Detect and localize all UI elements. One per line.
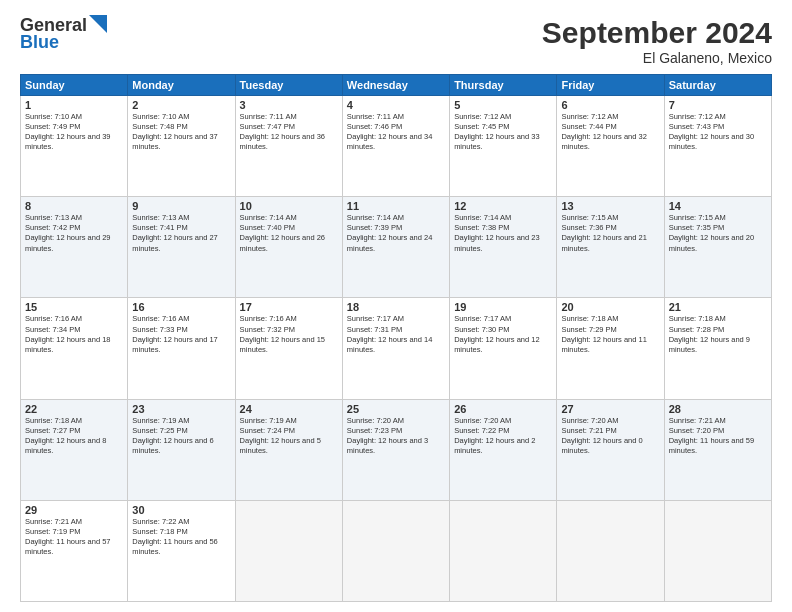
day-info: Sunrise: 7:19 AM Sunset: 7:25 PM Dayligh…: [132, 416, 230, 457]
day-info: Sunrise: 7:17 AM Sunset: 7:30 PM Dayligh…: [454, 314, 552, 355]
header-row: Sunday Monday Tuesday Wednesday Thursday…: [21, 75, 772, 96]
table-row: 23Sunrise: 7:19 AM Sunset: 7:25 PM Dayli…: [128, 399, 235, 500]
th-friday: Friday: [557, 75, 664, 96]
day-number: 13: [561, 200, 659, 212]
table-row: 25Sunrise: 7:20 AM Sunset: 7:23 PM Dayli…: [342, 399, 449, 500]
day-number: 30: [132, 504, 230, 516]
table-row: [342, 500, 449, 601]
th-tuesday: Tuesday: [235, 75, 342, 96]
table-row: 16Sunrise: 7:16 AM Sunset: 7:33 PM Dayli…: [128, 298, 235, 399]
header: General Blue September 2024 El Galaneno,…: [20, 16, 772, 66]
day-number: 9: [132, 200, 230, 212]
day-info: Sunrise: 7:20 AM Sunset: 7:21 PM Dayligh…: [561, 416, 659, 457]
table-row: 21Sunrise: 7:18 AM Sunset: 7:28 PM Dayli…: [664, 298, 771, 399]
day-number: 8: [25, 200, 123, 212]
calendar-row-1: 1Sunrise: 7:10 AM Sunset: 7:49 PM Daylig…: [21, 96, 772, 197]
day-number: 23: [132, 403, 230, 415]
table-row: [557, 500, 664, 601]
day-info: Sunrise: 7:21 AM Sunset: 7:19 PM Dayligh…: [25, 517, 123, 558]
table-row: 7Sunrise: 7:12 AM Sunset: 7:43 PM Daylig…: [664, 96, 771, 197]
table-row: 18Sunrise: 7:17 AM Sunset: 7:31 PM Dayli…: [342, 298, 449, 399]
table-row: 10Sunrise: 7:14 AM Sunset: 7:40 PM Dayli…: [235, 197, 342, 298]
table-row: 12Sunrise: 7:14 AM Sunset: 7:38 PM Dayli…: [450, 197, 557, 298]
day-number: 3: [240, 99, 338, 111]
day-number: 28: [669, 403, 767, 415]
table-row: 1Sunrise: 7:10 AM Sunset: 7:49 PM Daylig…: [21, 96, 128, 197]
table-row: [235, 500, 342, 601]
table-row: 28Sunrise: 7:21 AM Sunset: 7:20 PM Dayli…: [664, 399, 771, 500]
table-row: 17Sunrise: 7:16 AM Sunset: 7:32 PM Dayli…: [235, 298, 342, 399]
table-row: 14Sunrise: 7:15 AM Sunset: 7:35 PM Dayli…: [664, 197, 771, 298]
day-info: Sunrise: 7:16 AM Sunset: 7:34 PM Dayligh…: [25, 314, 123, 355]
day-number: 29: [25, 504, 123, 516]
day-info: Sunrise: 7:11 AM Sunset: 7:46 PM Dayligh…: [347, 112, 445, 153]
day-number: 1: [25, 99, 123, 111]
logo: General Blue: [20, 16, 107, 53]
th-saturday: Saturday: [664, 75, 771, 96]
day-number: 16: [132, 301, 230, 313]
day-number: 20: [561, 301, 659, 313]
table-row: 26Sunrise: 7:20 AM Sunset: 7:22 PM Dayli…: [450, 399, 557, 500]
table-row: 6Sunrise: 7:12 AM Sunset: 7:44 PM Daylig…: [557, 96, 664, 197]
day-info: Sunrise: 7:18 AM Sunset: 7:28 PM Dayligh…: [669, 314, 767, 355]
calendar-row-3: 15Sunrise: 7:16 AM Sunset: 7:34 PM Dayli…: [21, 298, 772, 399]
day-info: Sunrise: 7:11 AM Sunset: 7:47 PM Dayligh…: [240, 112, 338, 153]
table-row: 5Sunrise: 7:12 AM Sunset: 7:45 PM Daylig…: [450, 96, 557, 197]
day-number: 17: [240, 301, 338, 313]
calendar-row-5: 29Sunrise: 7:21 AM Sunset: 7:19 PM Dayli…: [21, 500, 772, 601]
page: General Blue September 2024 El Galaneno,…: [0, 0, 792, 612]
day-info: Sunrise: 7:14 AM Sunset: 7:38 PM Dayligh…: [454, 213, 552, 254]
table-row: 8Sunrise: 7:13 AM Sunset: 7:42 PM Daylig…: [21, 197, 128, 298]
day-number: 2: [132, 99, 230, 111]
th-wednesday: Wednesday: [342, 75, 449, 96]
calendar-row-4: 22Sunrise: 7:18 AM Sunset: 7:27 PM Dayli…: [21, 399, 772, 500]
day-number: 14: [669, 200, 767, 212]
table-row: 4Sunrise: 7:11 AM Sunset: 7:46 PM Daylig…: [342, 96, 449, 197]
table-row: 22Sunrise: 7:18 AM Sunset: 7:27 PM Dayli…: [21, 399, 128, 500]
day-number: 11: [347, 200, 445, 212]
table-row: 30Sunrise: 7:22 AM Sunset: 7:18 PM Dayli…: [128, 500, 235, 601]
th-monday: Monday: [128, 75, 235, 96]
day-number: 15: [25, 301, 123, 313]
day-number: 27: [561, 403, 659, 415]
th-sunday: Sunday: [21, 75, 128, 96]
day-info: Sunrise: 7:12 AM Sunset: 7:45 PM Dayligh…: [454, 112, 552, 153]
day-info: Sunrise: 7:12 AM Sunset: 7:44 PM Dayligh…: [561, 112, 659, 153]
day-number: 24: [240, 403, 338, 415]
table-row: 27Sunrise: 7:20 AM Sunset: 7:21 PM Dayli…: [557, 399, 664, 500]
day-info: Sunrise: 7:10 AM Sunset: 7:49 PM Dayligh…: [25, 112, 123, 153]
table-row: [450, 500, 557, 601]
day-number: 25: [347, 403, 445, 415]
day-number: 21: [669, 301, 767, 313]
table-row: 20Sunrise: 7:18 AM Sunset: 7:29 PM Dayli…: [557, 298, 664, 399]
table-row: 19Sunrise: 7:17 AM Sunset: 7:30 PM Dayli…: [450, 298, 557, 399]
day-number: 4: [347, 99, 445, 111]
day-info: Sunrise: 7:17 AM Sunset: 7:31 PM Dayligh…: [347, 314, 445, 355]
day-number: 5: [454, 99, 552, 111]
logo-icon: [89, 15, 107, 33]
calendar-title: September 2024: [542, 16, 772, 50]
table-row: 2Sunrise: 7:10 AM Sunset: 7:48 PM Daylig…: [128, 96, 235, 197]
th-thursday: Thursday: [450, 75, 557, 96]
day-number: 26: [454, 403, 552, 415]
table-row: 15Sunrise: 7:16 AM Sunset: 7:34 PM Dayli…: [21, 298, 128, 399]
day-info: Sunrise: 7:20 AM Sunset: 7:22 PM Dayligh…: [454, 416, 552, 457]
calendar-subtitle: El Galaneno, Mexico: [542, 50, 772, 66]
table-row: 11Sunrise: 7:14 AM Sunset: 7:39 PM Dayli…: [342, 197, 449, 298]
day-info: Sunrise: 7:18 AM Sunset: 7:27 PM Dayligh…: [25, 416, 123, 457]
table-row: 24Sunrise: 7:19 AM Sunset: 7:24 PM Dayli…: [235, 399, 342, 500]
table-row: [664, 500, 771, 601]
table-row: 3Sunrise: 7:11 AM Sunset: 7:47 PM Daylig…: [235, 96, 342, 197]
day-number: 12: [454, 200, 552, 212]
day-info: Sunrise: 7:13 AM Sunset: 7:41 PM Dayligh…: [132, 213, 230, 254]
day-info: Sunrise: 7:20 AM Sunset: 7:23 PM Dayligh…: [347, 416, 445, 457]
day-info: Sunrise: 7:13 AM Sunset: 7:42 PM Dayligh…: [25, 213, 123, 254]
day-number: 7: [669, 99, 767, 111]
svg-marker-0: [89, 15, 107, 33]
day-info: Sunrise: 7:16 AM Sunset: 7:32 PM Dayligh…: [240, 314, 338, 355]
day-info: Sunrise: 7:14 AM Sunset: 7:40 PM Dayligh…: [240, 213, 338, 254]
day-number: 22: [25, 403, 123, 415]
day-info: Sunrise: 7:10 AM Sunset: 7:48 PM Dayligh…: [132, 112, 230, 153]
day-info: Sunrise: 7:16 AM Sunset: 7:33 PM Dayligh…: [132, 314, 230, 355]
calendar-table: Sunday Monday Tuesday Wednesday Thursday…: [20, 74, 772, 602]
